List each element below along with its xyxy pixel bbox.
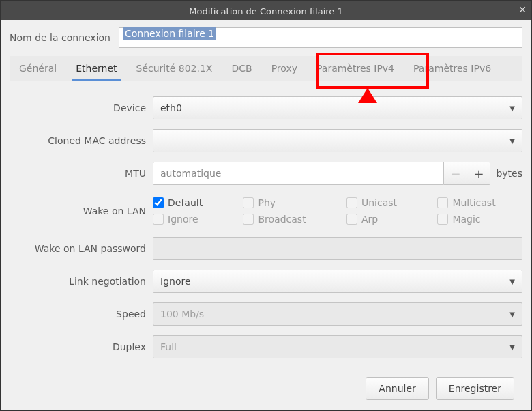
wol-option-unicast: Unicast	[346, 197, 424, 208]
mtu-input[interactable]: automatique	[153, 162, 444, 185]
chevron-down-icon: ▼	[509, 137, 515, 145]
duplex-label: Duplex	[10, 341, 146, 352]
wol-label: Wake on LAN	[10, 206, 146, 216]
link-negotiation-value: Ignore	[160, 276, 191, 287]
wol-label-ignore: Ignore	[168, 214, 198, 225]
wol-option-arp: Arp	[346, 214, 424, 225]
wol-label-broadcast: Broadcast	[258, 214, 306, 225]
wol-checkbox-unicast	[346, 197, 357, 208]
wol-checkbox-phy	[243, 197, 254, 208]
device-label: Device	[10, 102, 146, 113]
wol-checkbox-ignore	[153, 214, 164, 225]
ethernet-form: Device eth0 ▼ Cloned MAC address ▼ MTU a…	[10, 81, 522, 358]
mtu-value: automatique	[160, 168, 221, 179]
tab-dcb[interactable]: DCB	[222, 56, 261, 81]
wol-option-phy: Phy	[243, 197, 332, 208]
wol-label-arp: Arp	[361, 214, 378, 225]
tab-ipv4[interactable]: Paramètres IPv4	[307, 56, 404, 81]
connection-name-value: Connexion filaire 1	[123, 27, 216, 40]
tab-ipv6[interactable]: Paramètres IPv6	[404, 56, 501, 81]
tab-bar: GénéralEthernetSécurité 802.1XDCBProxyPa…	[10, 56, 522, 81]
mtu-row: automatique − + bytes	[153, 162, 522, 185]
chevron-down-icon: ▼	[509, 343, 515, 351]
wol-option-ignore: Ignore	[153, 214, 229, 225]
wol-label-default: Default	[168, 197, 203, 208]
chevron-down-icon: ▼	[509, 104, 515, 112]
tab-ethernet[interactable]: Ethernet	[66, 56, 126, 81]
device-value: eth0	[160, 102, 182, 113]
tab-general[interactable]: Général	[10, 56, 66, 81]
wol-option-magic: Magic	[437, 214, 522, 225]
speed-select[interactable]: 100 Mb/s ▼	[153, 302, 522, 326]
speed-label: Speed	[10, 309, 146, 320]
chevron-down-icon: ▼	[509, 278, 515, 285]
wol-label-unicast: Unicast	[361, 197, 397, 208]
tab-proxy[interactable]: Proxy	[262, 56, 307, 81]
wol-option-multicast: Multicast	[437, 197, 522, 208]
cloned-mac-combo[interactable]: ▼	[153, 129, 522, 152]
mtu-stepper: − +	[444, 162, 490, 185]
link-negotiation-label: Link negotiation	[10, 276, 146, 287]
cancel-button[interactable]: Annuler	[366, 377, 428, 400]
mtu-label: MTU	[10, 168, 146, 179]
wol-password-input[interactable]	[153, 237, 522, 260]
content-area: Nom de la connexion Connexion filaire 1 …	[1, 20, 531, 410]
wol-checkbox-multicast	[437, 197, 448, 208]
wol-label-multicast: Multicast	[452, 197, 495, 208]
connection-name-row: Nom de la connexion Connexion filaire 1	[10, 27, 522, 48]
save-button[interactable]: Enregistrer	[436, 377, 514, 400]
connection-name-label: Nom de la connexion	[10, 32, 110, 43]
wol-option-default[interactable]: Default	[153, 197, 229, 208]
wol-password-label: Wake on LAN password	[10, 243, 146, 254]
connection-name-input[interactable]: Connexion filaire 1	[119, 27, 522, 48]
chevron-down-icon: ▼	[509, 311, 515, 318]
close-icon[interactable]: ✕	[518, 4, 527, 15]
titlebar: Modification de Connexion filaire 1 ✕	[1, 1, 531, 20]
wol-label-phy: Phy	[258, 197, 276, 208]
wol-checkbox-default[interactable]	[153, 197, 164, 208]
link-negotiation-select[interactable]: Ignore ▼	[153, 270, 522, 293]
tab-sec8021x[interactable]: Sécurité 802.1X	[127, 56, 222, 81]
mtu-unit: bytes	[496, 168, 522, 179]
connection-editor-window: Modification de Connexion filaire 1 ✕ No…	[0, 0, 532, 411]
mtu-decrement-button[interactable]: −	[444, 162, 467, 185]
wol-checkbox-arp	[346, 214, 357, 225]
device-combo[interactable]: eth0 ▼	[153, 96, 522, 119]
wol-checkbox-broadcast	[243, 214, 254, 225]
wol-option-broadcast: Broadcast	[243, 214, 332, 225]
wol-label-magic: Magic	[452, 214, 480, 225]
duplex-value: Full	[160, 341, 177, 352]
cloned-mac-label: Cloned MAC address	[10, 135, 146, 146]
wol-options-grid: DefaultPhyUnicastMulticastIgnoreBroadcas…	[153, 195, 522, 227]
window-title: Modification de Connexion filaire 1	[189, 6, 343, 16]
mtu-increment-button[interactable]: +	[467, 162, 490, 185]
wol-checkbox-magic	[437, 214, 448, 225]
duplex-select[interactable]: Full ▼	[153, 335, 522, 358]
speed-value: 100 Mb/s	[160, 309, 204, 320]
dialog-footer: Annuler Enregistrer	[10, 367, 522, 410]
